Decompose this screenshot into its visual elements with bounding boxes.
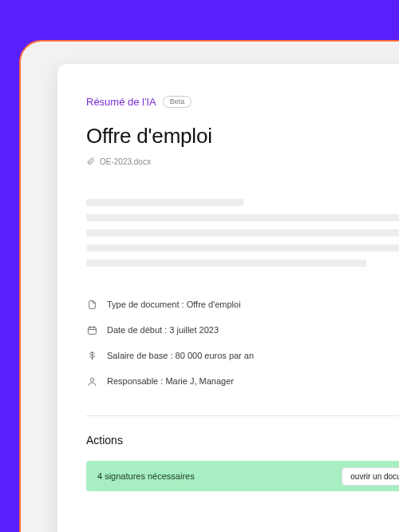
metadata-item-doctype: Type de document : Offre d'emploi [86,299,399,310]
signatures-action-bar[interactable]: 4 signatures nécessaires ouvrir un docum [86,461,399,491]
svg-point-1 [90,378,93,381]
ai-summary-title: Résumé de l'IA [86,96,156,108]
skeleton-line [86,229,399,236]
open-document-button[interactable]: ouvrir un docum [342,467,399,486]
attachment-name: OE-2023.docx [100,157,151,166]
section-divider [86,415,399,416]
skeleton-line [86,244,399,252]
signatures-required-text: 4 signatures nécessaires [97,471,195,481]
metadata-item-startdate: Date de début : 3 juillet 2023 [86,324,399,335]
person-icon [86,375,97,387]
ai-summary-header: Résumé de l'IA Beta [86,96,399,108]
device-frame: Résumé de l'IA Beta Offre d'emploi OE-20… [19,40,399,532]
metadata-item-salary: Salaire de base : 80 000 euros par an [86,350,399,361]
metadata-text: Salaire de base : 80 000 euros par an [107,351,254,360]
metadata-text: Date de début : 3 juillet 2023 [107,325,219,335]
page-title: Offre d'emploi [86,124,399,149]
svg-rect-0 [88,327,96,334]
dollar-icon [86,350,97,361]
summary-card: Résumé de l'IA Beta Offre d'emploi OE-20… [57,64,399,532]
attachment-row[interactable]: OE-2023.docx [86,157,399,167]
paperclip-icon [86,157,95,167]
metadata-item-owner: Responsable : Marie J, Manager [86,375,399,387]
summary-placeholder [86,199,399,267]
metadata-text: Responsable : Marie J, Manager [107,376,234,386]
calendar-icon [86,324,97,335]
actions-heading: Actions [86,434,399,447]
skeleton-line [86,260,366,267]
skeleton-line [86,199,243,206]
metadata-list: Type de document : Offre d'emploi Date d… [86,299,399,387]
beta-badge: Beta [163,96,192,108]
file-icon [86,299,97,310]
metadata-text: Type de document : Offre d'emploi [107,300,241,309]
skeleton-line [86,214,399,221]
